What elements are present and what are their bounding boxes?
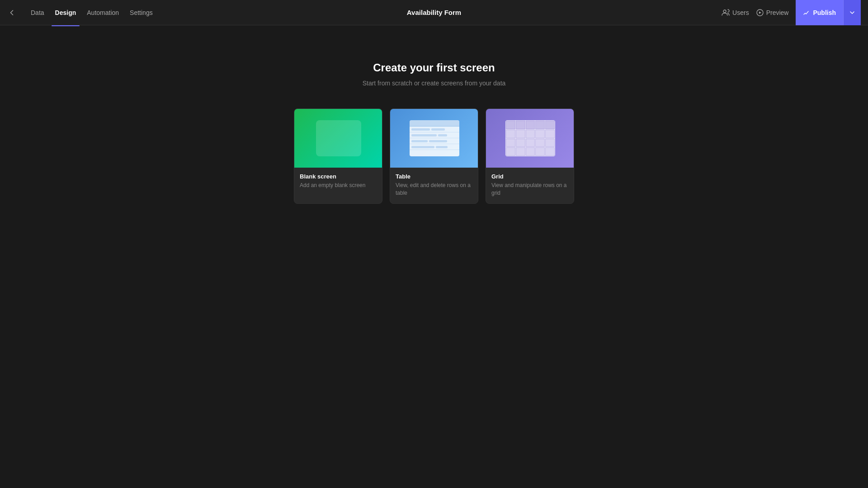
main-content: Create your first screen Start from scra… <box>0 25 868 488</box>
grid-screen-title: Grid <box>491 173 568 180</box>
page-subtitle: Start from scratch or create screens fro… <box>363 80 506 87</box>
grid-cell <box>526 139 535 147</box>
grid-cell <box>545 147 555 156</box>
page-title: Create your first screen <box>373 61 495 74</box>
users-label: Users <box>732 9 749 16</box>
grid-cell <box>526 130 535 138</box>
topbar: Data Design Automation Settings Availabi… <box>0 0 868 25</box>
table-screen-info: Table View, edit and delete rows on a ta… <box>390 168 478 203</box>
blank-screen-description: Add an empty blank screen <box>300 182 377 189</box>
table-thumbnail-row <box>410 138 459 144</box>
publish-group: Publish <box>796 0 861 25</box>
table-thumbnail-row <box>410 144 459 150</box>
nav-design[interactable]: Design <box>52 7 80 18</box>
blank-screen-title: Blank screen <box>300 173 377 180</box>
blank-screen-preview <box>294 109 382 168</box>
blank-screen-card[interactable]: Blank screen Add an empty blank screen <box>294 108 382 204</box>
grid-screen-description: View and manipulate rows on a grid <box>491 182 568 197</box>
table-thumbnail-body <box>410 127 459 156</box>
grid-cell <box>516 130 525 138</box>
grid-screen-card[interactable]: Grid View and manipulate rows on a grid <box>486 108 574 204</box>
svg-point-0 <box>723 10 726 13</box>
grid-cell <box>516 147 525 156</box>
nav-settings[interactable]: Settings <box>126 7 156 18</box>
grid-cell <box>545 139 555 147</box>
table-screen-preview <box>390 109 478 168</box>
publish-button[interactable]: Publish <box>796 0 843 25</box>
grid-cell <box>526 121 535 129</box>
grid-cell <box>535 139 545 147</box>
nav-data[interactable]: Data <box>27 7 48 18</box>
grid-cell <box>545 130 555 138</box>
grid-cell <box>545 121 555 129</box>
table-screen-title: Table <box>396 173 472 180</box>
blank-screen-thumbnail <box>316 120 361 156</box>
table-screen-thumbnail <box>410 120 459 156</box>
grid-cell <box>506 139 515 147</box>
grid-cell <box>516 139 525 147</box>
publish-dropdown-button[interactable] <box>843 0 861 25</box>
screen-cards-container: Blank screen Add an empty blank screen <box>294 108 574 204</box>
table-thumbnail-row <box>410 132 459 138</box>
users-icon <box>722 9 730 17</box>
table-screen-card[interactable]: Table View, edit and delete rows on a ta… <box>390 108 478 204</box>
grid-cell <box>506 130 515 138</box>
preview-button[interactable]: Preview <box>756 9 789 16</box>
users-button[interactable]: Users <box>722 9 749 17</box>
table-thumbnail-row <box>410 127 459 132</box>
topbar-right: Users Preview Publish <box>722 0 861 25</box>
app-title: Availability Form <box>407 9 461 16</box>
grid-cell <box>526 147 535 156</box>
grid-screen-thumbnail <box>505 120 555 156</box>
grid-cell <box>516 121 525 129</box>
publish-icon <box>803 9 810 16</box>
chevron-down-icon <box>849 9 855 16</box>
publish-label: Publish <box>813 9 836 16</box>
blank-screen-info: Blank screen Add an empty blank screen <box>294 168 382 196</box>
preview-icon <box>756 9 764 16</box>
grid-screen-info: Grid View and manipulate rows on a grid <box>486 168 574 203</box>
nav-links: Data Design Automation Settings <box>27 7 156 18</box>
table-thumbnail-header <box>410 120 459 127</box>
table-screen-description: View, edit and delete rows on a table <box>396 182 472 197</box>
grid-cell <box>535 121 545 129</box>
preview-label: Preview <box>766 9 789 16</box>
grid-cell <box>535 147 545 156</box>
grid-cell <box>506 121 515 129</box>
back-button[interactable] <box>7 8 16 17</box>
topbar-left: Data Design Automation Settings <box>7 7 156 18</box>
grid-screen-preview <box>486 109 574 168</box>
grid-cell <box>535 130 545 138</box>
nav-automation[interactable]: Automation <box>83 7 123 18</box>
grid-cell <box>506 147 515 156</box>
